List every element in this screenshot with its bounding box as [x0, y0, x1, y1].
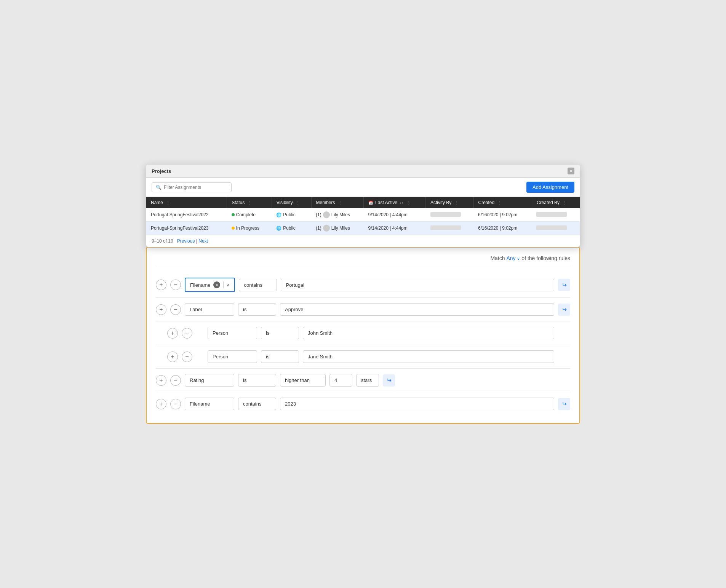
rule-value[interactable]: Portugal: [281, 279, 554, 291]
rules-panel: Match Any ∨ of the following rules + − F…: [146, 247, 580, 424]
pagination-next[interactable]: Next: [198, 238, 208, 244]
cell-visibility: 🌐Public: [272, 222, 311, 235]
pagination: 9–10 of 10 Previous | Next: [146, 235, 580, 247]
th-created-by: Created By ⋮: [532, 197, 580, 208]
th-members: Members ⋮: [311, 197, 364, 208]
cell-name: Portugal-SpringFestival2023: [146, 222, 227, 235]
rule-value[interactable]: 2023: [280, 398, 554, 410]
rule-operator-selector[interactable]: contains: [238, 398, 276, 410]
remove-rule-button[interactable]: −: [182, 352, 192, 362]
drag-icon-status: ⋮: [248, 201, 251, 205]
search-icon: 🔍: [156, 185, 162, 190]
screenshot-wrapper: Projects × 🔍 Add Assignment Name ⋮: [146, 164, 580, 424]
add-rule-button[interactable]: +: [156, 399, 166, 409]
filter-input[interactable]: [164, 185, 227, 190]
drag-icon-last-active: ⋮: [406, 201, 410, 205]
rule-row: + − Person is John Smith: [156, 321, 570, 345]
cell-created-by: [532, 222, 580, 235]
add-rule-button[interactable]: +: [156, 375, 166, 386]
created-bar: [536, 225, 567, 230]
close-button[interactable]: ×: [568, 168, 574, 174]
projects-panel: Projects × 🔍 Add Assignment Name ⋮: [146, 164, 580, 247]
rule-row: + − Filename × ∧ contains Portugal ↵: [156, 272, 570, 298]
remove-rule-button[interactable]: −: [170, 304, 181, 315]
cell-members: (1) Lily Miles: [311, 222, 364, 235]
rule-operator-selector[interactable]: is: [261, 350, 299, 363]
remove-rule-button[interactable]: −: [182, 328, 192, 339]
filter-input-wrapper[interactable]: 🔍: [152, 182, 232, 192]
rule-field-selector[interactable]: Filename × ∧: [185, 278, 235, 292]
cell-created-by: [532, 208, 580, 222]
drag-icon-created-by: ⋮: [563, 201, 566, 205]
add-rule-button[interactable]: +: [167, 328, 178, 339]
cell-visibility: 🌐Public: [272, 208, 311, 222]
rule-field-selector[interactable]: Filename: [185, 398, 234, 410]
pagination-previous[interactable]: Previous: [177, 238, 195, 244]
rule-field-selector[interactable]: Label: [185, 303, 234, 316]
rule-value[interactable]: Jane Smith: [303, 350, 554, 363]
rule-value-number[interactable]: 4: [329, 374, 352, 387]
remove-rule-button[interactable]: −: [170, 399, 181, 409]
add-assignment-button[interactable]: Add Assignment: [526, 182, 574, 193]
table-row[interactable]: Portugal-SpringFestival2023 In Progress …: [146, 222, 580, 235]
rule-operator-selector[interactable]: is: [261, 327, 299, 339]
match-prefix: Match: [490, 255, 505, 261]
add-rule-button[interactable]: +: [156, 304, 166, 315]
projects-table: Name ⋮ Status ⋮ Visibility ⋮: [146, 197, 580, 235]
rules-container: + − Filename × ∧ contains Portugal ↵ + −…: [156, 272, 570, 415]
rule-field-selector[interactable]: Rating: [185, 374, 234, 387]
pagination-range: 9–10 of 10: [152, 238, 173, 244]
apply-rule-button[interactable]: ↵: [558, 279, 570, 291]
cell-activity-by: [426, 222, 473, 235]
field-label: Filename: [190, 282, 210, 288]
table-row[interactable]: Portugal-SpringFestival2022 Complete 🌐Pu…: [146, 208, 580, 222]
panel-toolbar: 🔍 Add Assignment: [146, 178, 580, 197]
field-clear-button[interactable]: ×: [213, 281, 220, 288]
th-visibility: Visibility ⋮: [272, 197, 311, 208]
rule-field-selector[interactable]: Person: [208, 350, 257, 363]
apply-arrow-icon: ↵: [562, 400, 567, 407]
apply-arrow-icon: ↵: [562, 281, 567, 289]
panel-titlebar: Projects ×: [146, 165, 580, 178]
drag-icon-activity-by: ⋮: [454, 201, 458, 205]
cell-created: 6/16/2020 | 9:02pm: [473, 222, 532, 235]
rule-operator-selector[interactable]: is: [238, 303, 276, 316]
add-rule-button[interactable]: +: [167, 352, 178, 362]
sort-icon[interactable]: ↓↑: [400, 201, 403, 205]
calendar-icon: 📅: [368, 201, 373, 205]
cell-members: (1) Lily Miles: [311, 208, 364, 222]
rule-value-unit[interactable]: stars: [356, 374, 379, 387]
rule-field-selector[interactable]: Person: [208, 327, 257, 339]
rule-row: + − Label is Approve ↵: [156, 298, 570, 321]
rule-value[interactable]: John Smith: [303, 327, 554, 339]
th-created: Created ⋮: [473, 197, 532, 208]
match-type-chevron[interactable]: ∨: [517, 256, 520, 261]
avatar: [323, 225, 330, 232]
cell-name: Portugal-SpringFestival2022: [146, 208, 227, 222]
match-type-selector[interactable]: Any: [506, 255, 515, 261]
apply-rule-button[interactable]: ↵: [558, 304, 570, 316]
activity-bar: [430, 212, 461, 217]
apply-arrow-icon: ↵: [387, 377, 392, 384]
remove-rule-button[interactable]: −: [170, 280, 181, 290]
rule-row: + − Filename contains 2023 ↵: [156, 392, 570, 415]
remove-rule-button[interactable]: −: [170, 375, 181, 386]
cell-created: 6/16/2020 | 9:02pm: [473, 208, 532, 222]
drag-icon-created: ⋮: [497, 201, 501, 205]
rule-operator-selector[interactable]: contains: [239, 279, 277, 291]
globe-icon: 🌐: [276, 226, 281, 231]
drag-icon-members: ⋮: [338, 201, 342, 205]
th-activity-by: Activity By ⋮: [426, 197, 473, 208]
apply-rule-button[interactable]: ↵: [558, 398, 570, 410]
rule-operator-selector[interactable]: is: [238, 374, 276, 387]
rule-value-main[interactable]: higher than: [280, 374, 326, 387]
rule-value[interactable]: Approve: [280, 303, 554, 316]
field-chevron-icon[interactable]: ∧: [227, 283, 230, 288]
th-status: Status ⋮: [227, 197, 272, 208]
table-body: Portugal-SpringFestival2022 Complete 🌐Pu…: [146, 208, 580, 235]
add-rule-button[interactable]: +: [156, 280, 166, 290]
cell-activity-by: [426, 208, 473, 222]
created-bar: [536, 212, 567, 217]
match-suffix: of the following rules: [521, 255, 570, 261]
apply-rule-button[interactable]: ↵: [383, 374, 395, 387]
